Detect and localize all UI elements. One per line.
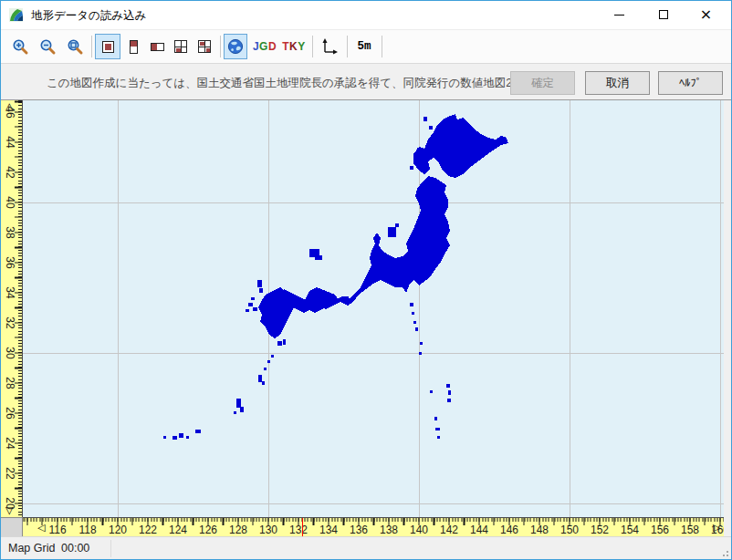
lon-tick-label: 118 (78, 524, 96, 536)
lon-tick-label: 120 (109, 524, 127, 536)
lat-tick-label: 22 (2, 465, 18, 482)
minimize-button[interactable] (599, 1, 640, 28)
tky-datum-button[interactable]: TKY (280, 34, 308, 59)
close-button[interactable]: × (685, 1, 727, 28)
datum-letter: J (253, 40, 259, 53)
lat-tick-label: 24 (2, 435, 18, 451)
help-button[interactable]: ﾍﾙﾌﾟ (658, 71, 723, 95)
zoom-in-button[interactable] (8, 34, 32, 59)
axis-icon (320, 37, 339, 56)
globe-button[interactable] (224, 34, 247, 59)
statusbar: Map Grid 00:00 (1, 536, 731, 559)
toolbar: JGD TKY 5m 地域の設定:Japan (1, 29, 731, 63)
scroll-left-arrow[interactable]: ◁ (37, 523, 45, 533)
lon-tick-label: 126 (199, 524, 217, 536)
lon-tick-label: 132 (289, 524, 308, 536)
lon-tick-label: 122 (139, 524, 157, 536)
lon-tick-label: 144 (470, 524, 488, 536)
view-vsplit-button[interactable] (122, 34, 144, 59)
lon-tick-label: 138 (380, 524, 398, 536)
lat-tick-label: 34 (2, 285, 18, 301)
lat-tick-label: 30 (2, 345, 18, 361)
lat-major-ticks (15, 100, 22, 517)
datum-letter: Y (298, 40, 306, 53)
toolbar-separator (382, 36, 382, 57)
terrain-load-dialog: 地形データの読み込み × (0, 0, 732, 560)
latitude-ruler[interactable]: △ ▽ 4644424038363432302826242220 (1, 100, 23, 517)
lat-tick-label: 32 (2, 315, 18, 331)
datum-letter: K (289, 40, 298, 53)
lon-tick-label: 146 (500, 524, 518, 536)
lat-tick-label: 42 (2, 164, 18, 181)
lon-tick-label: 136 (350, 524, 368, 536)
toolbar-separator (312, 36, 313, 57)
status-label: Map Grid (8, 542, 55, 555)
lat-tick-label: 40 (2, 194, 18, 211)
status-time: 00:00 (61, 542, 89, 555)
datum-letter: D (268, 40, 277, 53)
maximize-button[interactable] (643, 1, 684, 28)
lat-tick-label: 36 (2, 254, 18, 271)
cursor-marker-line (302, 518, 303, 537)
cancel-button[interactable]: 取消 (585, 71, 650, 95)
lon-tick-label: 150 (560, 524, 579, 536)
zoom-out-button[interactable] (36, 34, 59, 59)
titlebar[interactable]: 地形データの読み込み × (1, 1, 731, 29)
app-icon (9, 7, 25, 23)
toolbar-separator (220, 36, 221, 57)
lon-tick-label: 130 (259, 524, 277, 536)
zoom-in-icon (12, 38, 29, 56)
map-canvas[interactable] (23, 100, 724, 517)
lon-tick-label: 156 (651, 524, 669, 536)
lon-major-ticks (23, 518, 724, 525)
lon-tick-label: 154 (621, 524, 639, 536)
close-icon: × (700, 7, 712, 22)
lat-tick-label: 38 (2, 224, 18, 241)
view-grid-a-button[interactable] (170, 34, 192, 59)
view-grid-a-icon (174, 40, 187, 53)
view-single-button[interactable] (95, 34, 120, 59)
view-grid-b-icon (198, 40, 211, 53)
jgd-datum-button[interactable]: JGD (251, 34, 278, 59)
lon-tick-label: 116 (48, 524, 66, 536)
lon-tick-label: 160 (711, 524, 724, 536)
longitude-ruler[interactable]: ◁ ▷ 116118120122124126128130132134136138… (23, 517, 724, 537)
lon-tick-label: 140 (410, 524, 428, 536)
axis-button[interactable] (317, 34, 342, 59)
lat-tick-label: 46 (2, 104, 18, 120)
zoom-box-button[interactable] (63, 34, 87, 59)
lon-tick-label: 128 (229, 524, 247, 536)
confirm-button[interactable]: 確定 (510, 71, 575, 95)
lat-tick-label: 28 (2, 375, 18, 391)
datum-letter: T (282, 40, 289, 53)
lat-tick-label: 20 (2, 495, 18, 512)
lon-tick-label: 142 (440, 524, 458, 536)
view-grid-b-button[interactable] (193, 34, 215, 59)
scale-button[interactable]: 5m (351, 34, 377, 59)
view-single-icon (102, 41, 114, 53)
resize-grip[interactable] (719, 547, 728, 556)
window-title: 地形データの読み込み (31, 8, 146, 24)
toolbar-separator (91, 36, 92, 57)
notice-bar: この地図作成に当たっては、国土交通省国土地理院長の承認を得て、同院発行の数値地図… (1, 63, 731, 99)
toolbar-separator (347, 36, 348, 57)
view-vsplit-icon (130, 40, 138, 54)
status-separator (110, 540, 111, 557)
lon-tick-label: 134 (319, 524, 338, 536)
japan-map (23, 100, 724, 517)
lon-tick-label: 124 (169, 524, 187, 536)
lat-tick-label: 26 (2, 405, 18, 421)
minimize-icon (614, 15, 624, 16)
zoom-out-icon (39, 38, 57, 56)
globe-icon (227, 38, 244, 55)
lon-tick-label: 158 (681, 524, 699, 536)
copyright-notice: この地図作成に当たっては、国土交通省国土地理院長の承認を得て、同院発行の数値地図… (47, 76, 558, 91)
lon-tick-label: 148 (530, 524, 549, 536)
lat-tick-label: 44 (2, 134, 18, 150)
maximize-icon (659, 10, 668, 19)
lon-tick-label: 152 (591, 524, 609, 536)
ruler-corner (1, 517, 23, 537)
zoom-box-icon (67, 38, 84, 56)
view-hsplit-button[interactable] (146, 34, 168, 59)
datum-letter: G (259, 40, 268, 53)
